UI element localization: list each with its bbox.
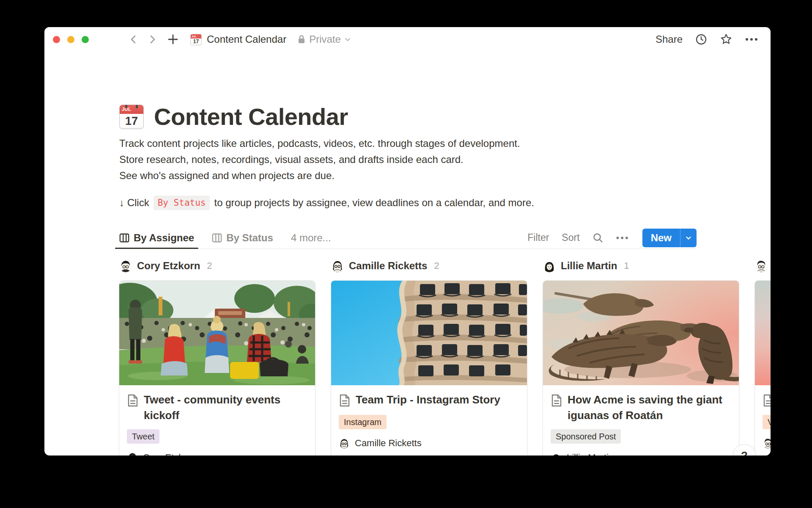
updates-clock-icon[interactable] xyxy=(695,33,707,45)
privacy-label: Private xyxy=(309,33,341,45)
breadcrumb-page-title[interactable]: Content Calendar xyxy=(207,33,286,45)
board-column-camille: Camille Ricketts 2 xyxy=(331,260,527,456)
zoom-window-button[interactable] xyxy=(82,36,89,43)
close-window-button[interactable] xyxy=(53,36,60,43)
board-column-lillie: Lillie Martin 1 xyxy=(543,260,739,456)
new-button[interactable]: New xyxy=(642,229,697,247)
more-options-icon[interactable] xyxy=(745,38,758,41)
board-column-partial: V D xyxy=(755,260,771,456)
page-title: Content Calendar xyxy=(154,103,348,130)
minimize-window-button[interactable] xyxy=(67,36,74,43)
avatar xyxy=(543,260,556,272)
card-cover-gradient xyxy=(755,281,771,385)
back-icon[interactable] xyxy=(129,34,139,44)
card-cover-festival-crowd xyxy=(119,281,315,385)
avatar xyxy=(331,260,344,272)
card-title: Tweet - community events kickoff xyxy=(144,392,307,423)
board-view-icon xyxy=(212,233,222,243)
column-name: Camille Ricketts xyxy=(349,260,427,272)
card-partial[interactable]: V D xyxy=(755,281,771,456)
card-cover-casa-mila xyxy=(331,281,527,385)
avatar xyxy=(339,438,350,449)
column-count: 2 xyxy=(434,260,439,271)
page-doc-icon xyxy=(763,392,771,409)
new-dropdown-chevron-icon[interactable] xyxy=(680,229,697,247)
assignee-name: Cory Etzkorn xyxy=(143,452,197,456)
column-header xyxy=(755,260,771,272)
page-doc-icon xyxy=(339,392,351,409)
description-line: Store research, notes, recordings, visua… xyxy=(119,152,520,168)
assignee-name: Lillie Martin xyxy=(567,452,614,456)
lock-icon xyxy=(297,34,306,44)
by-status-code-chip: By Status xyxy=(154,196,210,210)
column-count: 2 xyxy=(207,260,212,271)
callout-line: ↓ Click By Status to group projects by a… xyxy=(119,196,534,210)
tab-by-status[interactable]: By Status xyxy=(208,227,277,248)
board-column-cory: Cory Etzkorn 2 xyxy=(119,260,315,456)
page-doc-icon xyxy=(551,392,562,423)
column-count: 1 xyxy=(624,260,629,271)
card-title: How Acme is saving the giant iguanas of … xyxy=(568,392,731,423)
page-description: Track content projects like articles, po… xyxy=(119,135,520,184)
page-calendar-icon[interactable]: JUL 17 xyxy=(119,105,144,129)
forward-icon[interactable] xyxy=(147,34,157,44)
favorite-star-icon[interactable] xyxy=(720,33,732,46)
avatar xyxy=(755,260,768,272)
notion-app-window: JUL 17 Content Calendar Private Share xyxy=(44,27,771,456)
view-toolbar: By Assignee By Status 4 more... Filter S… xyxy=(119,227,697,249)
chevron-down-icon xyxy=(344,36,351,43)
description-line: See who's assigned and when projects are… xyxy=(119,168,520,184)
column-name: Cory Etzkorn xyxy=(137,260,200,272)
column-header: Camille Ricketts 2 xyxy=(331,260,527,272)
share-button[interactable]: Share xyxy=(656,33,683,45)
tag-chip: Tweet xyxy=(127,429,159,444)
breadcrumb-calendar-icon: JUL 17 xyxy=(190,34,202,45)
tag-chip: Instagram xyxy=(339,415,387,429)
tag-chip: V xyxy=(763,415,771,429)
card-tweet-community-events[interactable]: Tweet - community events kickoff Tweet C… xyxy=(119,281,315,456)
avatar xyxy=(127,452,138,456)
assignee-name: Camille Ricketts xyxy=(355,438,422,449)
search-icon[interactable] xyxy=(593,232,604,243)
sidebar-menu-icon[interactable] xyxy=(103,35,115,44)
filter-button[interactable]: Filter xyxy=(527,232,549,243)
page-body: JUL 17 Content Calendar Track content pr… xyxy=(44,52,771,456)
page-doc-icon xyxy=(127,392,139,423)
card-team-trip-instagram[interactable]: Team Trip - Instagram Story Instagram Ca… xyxy=(331,281,527,456)
column-header: Cory Etzkorn 2 xyxy=(119,260,315,272)
tab-by-assignee[interactable]: By Assignee xyxy=(115,227,198,248)
description-line: Track content projects like articles, po… xyxy=(119,135,520,152)
avatar xyxy=(551,452,562,456)
board-view-icon xyxy=(119,233,129,243)
window-topbar: JUL 17 Content Calendar Private Share xyxy=(44,27,771,52)
kanban-board: Cory Etzkorn 2 xyxy=(119,260,771,456)
card-cover-iguanas xyxy=(543,281,739,385)
sort-button[interactable]: Sort xyxy=(562,232,579,243)
tag-chip: Sponsored Post xyxy=(551,429,621,444)
view-options-icon[interactable]: ••• xyxy=(616,232,630,243)
privacy-dropdown[interactable]: Private xyxy=(297,33,351,45)
card-acme-iguanas[interactable]: How Acme is saving the giant iguanas of … xyxy=(543,281,739,456)
avatar xyxy=(119,260,132,272)
callout-prefix: ↓ Click xyxy=(119,197,149,209)
new-page-plus-icon[interactable] xyxy=(167,34,178,45)
avatar xyxy=(763,438,771,449)
card-title: Team Trip - Instagram Story xyxy=(356,392,500,409)
callout-suffix: to group projects by assignee, view dead… xyxy=(214,197,534,209)
column-name: Lillie Martin xyxy=(561,260,617,272)
tab-more-views[interactable]: 4 more... xyxy=(287,227,335,248)
column-header: Lillie Martin 1 xyxy=(543,260,739,272)
traffic-lights xyxy=(53,36,89,43)
